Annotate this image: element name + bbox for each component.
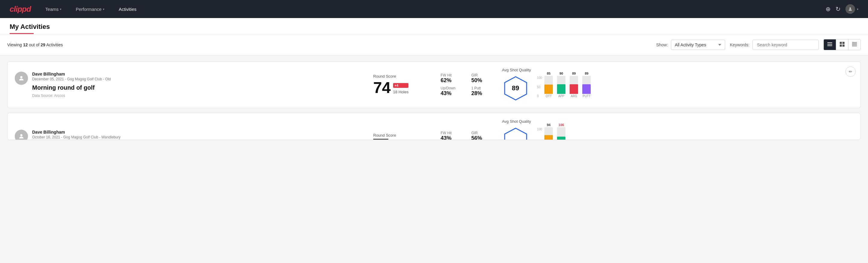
score-meta: +4 18 Holes: [393, 83, 408, 95]
bar-value-app-2: 106: [559, 123, 564, 127]
page-header: My Activities: [0, 18, 868, 34]
y-axis-labels-2: 100: [537, 127, 544, 140]
score-badge: +4: [393, 83, 408, 88]
score-holes: 18 Holes: [393, 90, 408, 94]
nav-activities[interactable]: Activities: [116, 5, 139, 13]
bar-label-app: APP: [558, 94, 564, 98]
bar-group-arg: 89 ARG: [570, 71, 578, 98]
y-label-100: 100: [537, 76, 542, 80]
bar-group-ott-2: 94 OTT: [545, 123, 553, 140]
search-input[interactable]: [752, 40, 819, 50]
account-menu-button[interactable]: ▾: [845, 4, 858, 14]
stat-value: 56%: [471, 135, 495, 140]
bars-container: 85 OTT 90 APP: [545, 71, 591, 98]
bars-container-2: 94 OTT 106 APP: [545, 123, 565, 140]
score-value-row: 74 +4 18 Holes: [373, 80, 433, 95]
show-filter-group: Show: All Activity Types: [656, 40, 725, 50]
edit-icon: ✏: [849, 69, 852, 74]
viewing-total: 29: [40, 42, 45, 47]
bar-fill-app-2: [557, 137, 565, 140]
activity-date: December 05, 2021 - Gog Magog Golf Club …: [32, 77, 111, 81]
grid-view-button[interactable]: [836, 39, 848, 50]
hexagon-container: [502, 126, 529, 140]
avg-shot-quality-section: Avg Shot Quality 89 100 50 0: [502, 68, 853, 102]
nav-performance[interactable]: Performance ▾: [73, 5, 107, 13]
svg-point-0: [849, 7, 851, 9]
stat-label: 1 Putt: [471, 86, 495, 90]
chevron-down-icon: ▾: [103, 7, 104, 11]
svg-rect-5: [842, 42, 844, 44]
bar-bg-app: [557, 76, 565, 94]
activities-list: Dave Billingham December 05, 2021 - Gog …: [0, 55, 868, 151]
card-player-info: Dave Billingham December 05, 2021 - Gog …: [15, 71, 366, 98]
activity-title: Morning round of golf: [32, 84, 111, 91]
stat-fw-hit: FW Hit 62%: [441, 73, 464, 84]
stat-1putt: 1 Putt 28%: [471, 86, 495, 96]
navbar-icons: ⊕ ↻ ▾: [826, 4, 858, 14]
activity-card: Dave Billingham December 05, 2021 - Gog …: [7, 61, 861, 108]
keywords-filter-group: Keywords:: [730, 40, 819, 50]
show-label: Show:: [656, 42, 668, 47]
svg-rect-11: [852, 46, 857, 46]
stat-label: GIR: [471, 73, 495, 77]
hexagon-svg: [503, 127, 528, 140]
add-button[interactable]: ⊕: [826, 6, 831, 12]
round-score-label: Round Score: [373, 74, 433, 79]
stat-value: 43%: [441, 90, 464, 96]
avg-shot-quality-section: Avg Shot Quality 100 94: [502, 119, 853, 140]
svg-rect-3: [828, 46, 832, 46]
list-view-icon: [828, 42, 832, 48]
bar-group-putt: 89 PUTT: [582, 71, 591, 98]
bar-group-app-2: 106 APP: [557, 123, 565, 140]
bar-group-app: 90 APP: [557, 71, 565, 98]
navbar: clippd Teams ▾ Performance ▾ Activities …: [0, 0, 868, 18]
stat-value: 43%: [441, 135, 464, 140]
round-score-label: Round Score: [373, 133, 433, 138]
svg-marker-15: [505, 128, 527, 140]
y-label-100-2: 100: [537, 127, 542, 131]
list-view-button[interactable]: [824, 39, 836, 50]
filter-bar: Viewing 12 out of 29 Activities Show: Al…: [0, 34, 868, 55]
viewing-count-text: Viewing 12 out of 29 Activities: [7, 42, 651, 47]
avatar: [845, 4, 855, 14]
stat-label: FW Hit: [441, 73, 464, 77]
stat-label: Up/Down: [441, 86, 464, 90]
page-title: My Activities: [10, 18, 50, 33]
bar-bg-ott-2: [545, 127, 553, 140]
avg-shot-quality-label: Avg Shot Quality: [502, 68, 531, 72]
bar-value-ott: 85: [547, 71, 550, 75]
data-source: Data Source: Arccos: [32, 94, 111, 98]
score-value: 74: [373, 80, 391, 95]
card-details: Dave Billingham December 05, 2021 - Gog …: [32, 71, 111, 98]
svg-rect-2: [828, 44, 832, 45]
chevron-down-icon: ▾: [60, 7, 61, 11]
svg-rect-7: [842, 45, 844, 47]
svg-rect-1: [828, 42, 832, 43]
svg-rect-10: [852, 45, 857, 45]
logo[interactable]: clippd: [10, 4, 31, 14]
bar-fill-ott: [545, 85, 553, 94]
round-score-section: Round Score: [373, 133, 433, 140]
compact-view-button[interactable]: [848, 39, 861, 50]
avg-shot-quality-label: Avg Shot Quality: [502, 119, 531, 124]
chevron-down-icon: ▾: [857, 7, 858, 11]
avg-shot-quality-left: Avg Shot Quality 89: [502, 68, 531, 102]
stat-value: 62%: [441, 77, 464, 84]
keywords-label: Keywords:: [730, 42, 749, 47]
refresh-button[interactable]: ↻: [836, 6, 841, 12]
viewing-current: 12: [23, 42, 28, 47]
bar-bg-putt: [582, 76, 591, 94]
edit-button[interactable]: ✏: [845, 66, 856, 77]
view-toggle: [824, 39, 861, 50]
activity-type-select[interactable]: All Activity Types: [671, 40, 725, 50]
hexagon-container: 89: [502, 75, 529, 102]
nav-performance-label: Performance: [76, 7, 102, 12]
grid-view-icon: [840, 42, 844, 48]
compact-view-icon: [852, 42, 857, 48]
stat-label: FW Hit: [441, 131, 464, 135]
bar-fill-app: [557, 84, 565, 94]
avg-shot-quality-left: Avg Shot Quality: [502, 119, 531, 140]
bar-bg-app-2: [557, 127, 565, 140]
nav-teams[interactable]: Teams ▾: [43, 5, 64, 13]
bar-bg-arg: [570, 76, 578, 94]
